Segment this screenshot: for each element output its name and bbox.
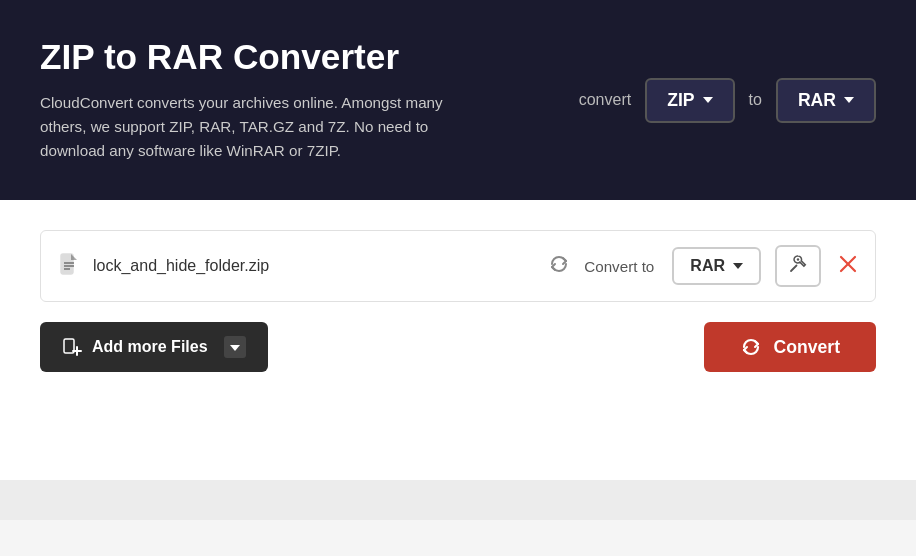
to-label: to (749, 91, 762, 109)
page-description: CloudConvert converts your archives onli… (40, 91, 490, 164)
refresh-button[interactable] (548, 253, 570, 280)
to-format-chevron-icon (844, 97, 854, 103)
to-format-label: RAR (798, 90, 836, 111)
footer-bar (0, 480, 916, 520)
header-right: convert ZIP to RAR (579, 78, 876, 123)
from-format-chevron-icon (703, 97, 713, 103)
header-left: ZIP to RAR Converter CloudConvert conver… (40, 37, 490, 164)
from-format-label: ZIP (667, 90, 694, 111)
from-format-button[interactable]: ZIP (645, 78, 734, 123)
file-icon (59, 253, 79, 280)
convert-label: Convert (774, 337, 840, 358)
convert-button[interactable]: Convert (704, 322, 876, 372)
convert-to-label: Convert to (584, 258, 654, 275)
main-content: lock_and_hide_folder.zip Convert to RAR (0, 200, 916, 480)
page-title: ZIP to RAR Converter (40, 37, 490, 77)
rar-dropdown-chevron-icon (733, 263, 743, 269)
file-row: lock_and_hide_folder.zip Convert to RAR (40, 230, 876, 302)
to-format-button[interactable]: RAR (776, 78, 876, 123)
add-files-chevron-icon (224, 336, 246, 358)
delete-button[interactable] (839, 255, 857, 278)
add-files-label: Add more Files (92, 338, 208, 356)
bottom-row: Add more Files Convert (40, 322, 876, 372)
settings-button[interactable] (775, 245, 821, 287)
file-name: lock_and_hide_folder.zip (93, 257, 534, 275)
svg-point-4 (797, 258, 799, 260)
rar-format-dropdown[interactable]: RAR (672, 247, 761, 285)
header-section: ZIP to RAR Converter CloudConvert conver… (0, 0, 916, 200)
rar-format-value: RAR (690, 257, 725, 275)
add-files-button[interactable]: Add more Files (40, 322, 268, 372)
convert-label: convert (579, 91, 631, 109)
